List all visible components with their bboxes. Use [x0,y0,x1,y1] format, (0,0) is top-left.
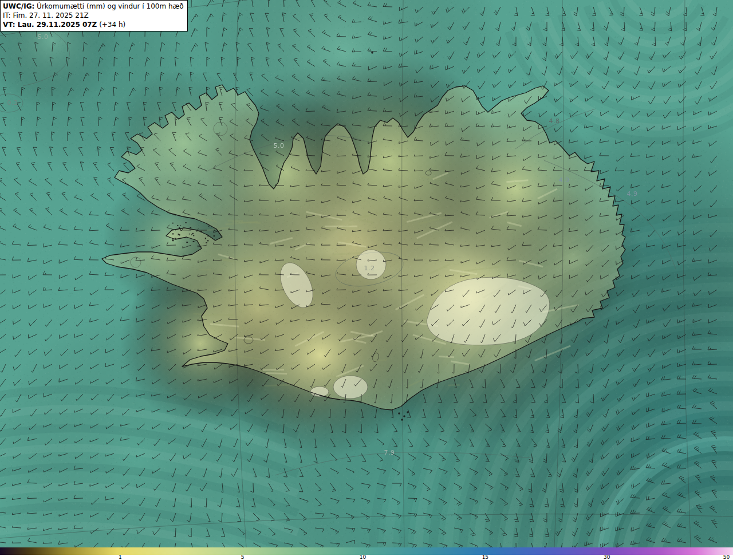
header-title-line: UWC/IG: Úrkomumætti (mm) og vindur í 100… [3,2,184,11]
colorbar-gradient [0,547,733,555]
colorbar-tick-label: 1 [119,555,122,560]
model-id: UWC/IG: [3,2,34,10]
weather-forecast-map: UWC/IG: Úrkomumætti (mm) og vindur í 100… [0,0,733,560]
colorbar-tick-label: 50 [723,555,730,560]
colorbar-tick-label: 30 [604,555,610,560]
forecast-header-box: UWC/IG: Úrkomumætti (mm) og vindur í 100… [0,0,188,31]
valid-offset: (+34 h) [97,21,125,29]
valid-time: VT: Lau. 29.11.2025 07Z [3,21,97,29]
colorbar-tick-label: 10 [360,555,366,560]
chart-title: Úrkomumætti (mm) og vindur í 100m hæð [34,2,183,10]
valid-time-line: VT: Lau. 29.11.2025 07Z (+34 h) [3,20,184,29]
precipitation-wind-map-canvas [0,0,733,547]
colorbar-tick-label: 5 [241,555,245,560]
precipitation-colorbar: 1510153050 [0,547,733,560]
init-time-line: IT: Fim. 27. 11. 2025 21Z [3,11,184,20]
colorbar-ticks: 1510153050 [0,555,733,560]
colorbar-tick-label: 15 [482,555,488,560]
map-area: UWC/IG: Úrkomumætti (mm) og vindur í 100… [0,0,733,547]
